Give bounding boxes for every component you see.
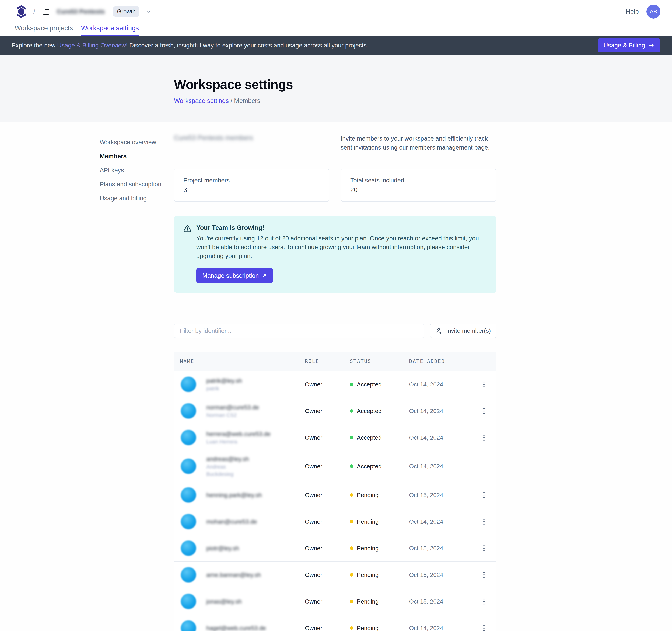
member-email-redacted[interactable]: andreas@ley.sh bbox=[206, 455, 249, 462]
help-link[interactable]: Help bbox=[626, 8, 639, 15]
member-role: Owner bbox=[305, 407, 350, 415]
row-menu-button[interactable] bbox=[481, 543, 487, 554]
invite-members-button[interactable]: Invite member(s) bbox=[430, 324, 496, 338]
status-label: Accepted bbox=[357, 381, 382, 388]
member-date-added: Oct 15, 2024 bbox=[409, 492, 472, 498]
table-row-2: norman@cure53.de Norman CS2 Owner Accept… bbox=[174, 398, 496, 424]
member-role: Owner bbox=[305, 571, 350, 578]
member-date-added: Oct 14, 2024 bbox=[409, 625, 472, 631]
status-label: Accepted bbox=[357, 434, 382, 441]
tab-workspace-settings[interactable]: Workspace settings bbox=[81, 24, 139, 36]
breadcrumb-workspace-settings-link[interactable]: Workspace settings bbox=[174, 97, 229, 104]
member-role: Owner bbox=[305, 598, 350, 605]
project-members-label: Project members bbox=[184, 177, 320, 184]
sidebar-item-workspace-overview[interactable]: Workspace overview bbox=[100, 138, 174, 146]
row-menu-button[interactable] bbox=[481, 569, 487, 580]
member-subname-redacted[interactable]: patrik bbox=[206, 385, 242, 392]
member-name-cell: arne.bannan@ley.sh bbox=[174, 563, 305, 587]
filter-input[interactable] bbox=[174, 324, 424, 338]
app-logo-icon[interactable] bbox=[16, 5, 27, 18]
invite-members-label: Invite member(s) bbox=[446, 327, 491, 334]
chevron-down-icon[interactable] bbox=[146, 9, 151, 14]
member-date-added: Oct 14, 2024 bbox=[409, 463, 472, 470]
members-section-heading: Cure53 Pentests members bbox=[174, 134, 253, 152]
plan-badge[interactable]: Growth bbox=[113, 6, 140, 17]
top-bar: / Cure53 Pentests Growth Help AB bbox=[0, 0, 672, 23]
col-status: STATUS bbox=[350, 358, 409, 364]
usage-billing-overview-link[interactable]: Usage & Billing Overview bbox=[57, 42, 126, 49]
member-email-redacted[interactable]: jonas@ley.sh bbox=[206, 598, 242, 605]
member-name-cell: jonas@ley.sh bbox=[174, 589, 305, 614]
project-members-card: Project members 3 bbox=[174, 169, 329, 202]
row-menu-button[interactable] bbox=[481, 432, 487, 443]
user-avatar[interactable]: AB bbox=[646, 4, 661, 19]
member-email-redacted[interactable]: hagel@web.cure53.de bbox=[206, 625, 266, 631]
member-role: Owner bbox=[305, 434, 350, 441]
sidebar-item-api-keys[interactable]: API keys bbox=[100, 166, 174, 174]
alert-title: Your Team is Growing! bbox=[196, 224, 487, 231]
member-email-redacted[interactable]: arne.bannan@ley.sh bbox=[206, 571, 261, 578]
table-row-5: henning.park@ley.sh Owner Pending Oct 15… bbox=[174, 482, 496, 509]
status-dot-icon bbox=[350, 520, 353, 523]
member-name-cell: norman@cure53.de Norman CS2 bbox=[174, 399, 305, 423]
col-role: ROLE bbox=[305, 358, 350, 364]
member-date-added: Oct 15, 2024 bbox=[409, 598, 472, 605]
arrow-up-right-icon bbox=[262, 273, 267, 278]
member-name-cell: patrik@ley.sh patrik bbox=[174, 372, 305, 397]
member-avatar bbox=[181, 403, 196, 419]
folder-icon bbox=[42, 7, 50, 16]
status-dot-icon bbox=[350, 573, 353, 577]
member-status: Pending bbox=[350, 625, 409, 631]
member-subname-redacted[interactable]: Buckdesieg bbox=[206, 471, 249, 477]
member-email-redacted[interactable]: patrik@ley.sh bbox=[206, 377, 242, 384]
row-menu-button[interactable] bbox=[481, 623, 487, 631]
usage-billing-banner: Explore the new Usage & Billing Overview… bbox=[0, 36, 672, 55]
member-email-redacted[interactable]: henning.park@ley.sh bbox=[206, 492, 262, 498]
status-label: Pending bbox=[357, 571, 379, 578]
member-date-added: Oct 14, 2024 bbox=[409, 407, 472, 415]
member-status: Pending bbox=[350, 571, 409, 578]
row-menu-button[interactable] bbox=[481, 405, 487, 417]
usage-billing-button-label: Usage & Billing bbox=[604, 42, 645, 49]
row-menu-button[interactable] bbox=[481, 596, 487, 607]
member-avatar bbox=[181, 567, 196, 583]
member-email-redacted[interactable]: norman@cure53.de bbox=[206, 404, 259, 411]
manage-subscription-button[interactable]: Manage subscription bbox=[196, 268, 273, 283]
user-plus-icon bbox=[436, 327, 442, 334]
status-dot-icon bbox=[350, 493, 353, 497]
warning-icon bbox=[183, 225, 192, 233]
member-avatar bbox=[181, 377, 196, 392]
member-email-redacted[interactable]: piotr@ley.sh bbox=[206, 545, 239, 552]
member-status: Accepted bbox=[350, 407, 409, 415]
member-subname-redacted[interactable]: Norman CS2 bbox=[206, 412, 259, 418]
member-avatar bbox=[181, 594, 196, 609]
row-menu-button[interactable] bbox=[481, 379, 487, 390]
status-dot-icon bbox=[350, 465, 353, 468]
table-row-9: jonas@ley.sh Owner Pending Oct 15, 2024 bbox=[174, 588, 496, 615]
member-email-redacted[interactable]: mohan@cure53.de bbox=[206, 518, 257, 525]
member-avatar bbox=[181, 430, 196, 445]
member-date-added: Oct 14, 2024 bbox=[409, 518, 472, 525]
status-dot-icon bbox=[350, 436, 353, 439]
row-menu-button[interactable] bbox=[481, 490, 487, 500]
row-menu-button[interactable] bbox=[481, 516, 487, 527]
status-label: Pending bbox=[357, 518, 379, 525]
member-name-cell: mohan@cure53.de bbox=[174, 509, 305, 534]
sidebar-item-plans-subscription[interactable]: Plans and subscription bbox=[100, 180, 174, 189]
invite-description: Invite members to your workspace and eff… bbox=[340, 134, 496, 152]
member-name-cell: henning.park@ley.sh bbox=[174, 483, 305, 507]
member-status: Accepted bbox=[350, 463, 409, 470]
sidebar-item-usage-billing[interactable]: Usage and billing bbox=[100, 194, 174, 203]
status-label: Accepted bbox=[357, 407, 382, 415]
arrow-right-icon bbox=[649, 42, 654, 48]
member-status: Pending bbox=[350, 492, 409, 498]
workspace-name[interactable]: Cure53 Pentests bbox=[57, 8, 105, 15]
tab-workspace-projects[interactable]: Workspace projects bbox=[15, 24, 73, 36]
member-email-redacted[interactable]: herrera@web.cure53.de bbox=[206, 430, 270, 437]
member-status: Pending bbox=[350, 545, 409, 552]
member-subname-redacted[interactable]: Luan Herrera bbox=[206, 439, 270, 445]
member-subname-redacted[interactable]: Andreas bbox=[206, 464, 249, 470]
table-row-1: patrik@ley.sh patrik Owner Accepted Oct … bbox=[174, 371, 496, 398]
usage-billing-button[interactable]: Usage & Billing bbox=[598, 38, 661, 52]
sidebar-item-members[interactable]: Members bbox=[100, 151, 174, 161]
